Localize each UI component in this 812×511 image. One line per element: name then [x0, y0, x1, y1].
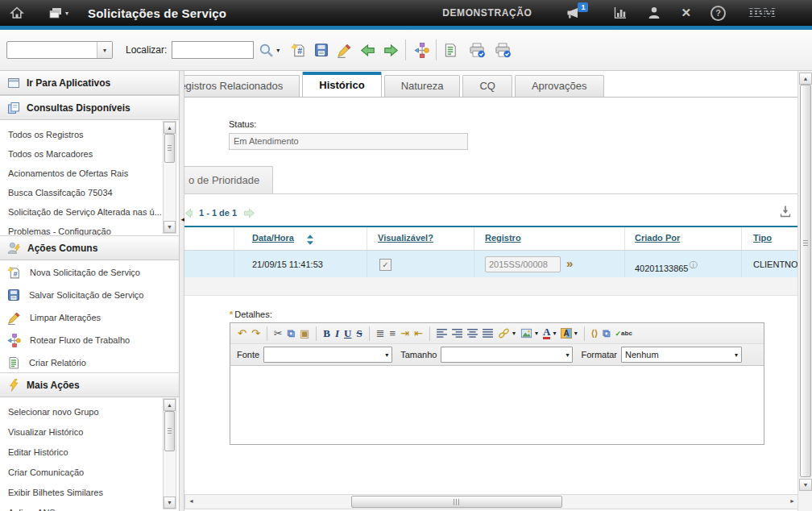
- sidebar-item-query[interactable]: Problemas - Configuração: [0, 222, 111, 235]
- chevron-down-icon[interactable]: ▾: [97, 42, 112, 58]
- scroll-up-icon[interactable]: ▲: [164, 122, 176, 134]
- scrollbar-thumb[interactable]: [164, 411, 175, 451]
- column-header-tipo[interactable]: Tipo: [753, 233, 772, 243]
- sidebar-item-more-action[interactable]: Editar Histórico: [0, 443, 68, 461]
- print-with-attachments-button[interactable]: [495, 42, 511, 58]
- sidebar-item-more-action[interactable]: Aplicar ANS: [0, 504, 56, 511]
- new-record-button[interactable]: [291, 43, 306, 58]
- download-table-icon[interactable]: [779, 205, 792, 218]
- align-left-button[interactable]: [437, 329, 447, 338]
- info-icon[interactable]: ⓘ: [689, 260, 697, 269]
- tab-registros-relacionados[interactable]: Registros Relacionados: [184, 75, 300, 97]
- spellcheck-button[interactable]: ✓abc: [615, 330, 632, 338]
- action-limpar-alteracoes[interactable]: Limpar Alterações: [0, 308, 179, 327]
- close-icon[interactable]: ✕: [681, 6, 691, 20]
- bold-button[interactable]: B: [323, 327, 330, 340]
- help-icon[interactable]: ?: [710, 6, 726, 21]
- column-header-registro[interactable]: Registro: [485, 233, 521, 243]
- align-center-button[interactable]: [467, 329, 478, 338]
- horizontal-scrollbar[interactable]: ◄ ►: [184, 494, 798, 509]
- sidebar-item-query[interactable]: Todos os Registros: [0, 126, 84, 143]
- strikethrough-button[interactable]: S: [356, 327, 362, 340]
- font-color-button[interactable]: A▾: [543, 327, 556, 339]
- scrollbar-thumb[interactable]: [164, 134, 175, 163]
- outdent-button[interactable]: ⇤: [414, 327, 423, 339]
- reports-chart-icon[interactable]: [613, 6, 628, 20]
- scroll-right-icon[interactable]: ►: [786, 495, 798, 509]
- scrollbar-thumb[interactable]: [351, 496, 562, 508]
- action-nova-solicitacao[interactable]: Nova Solicitação de Serviço: [0, 263, 179, 282]
- sidebar-item-query[interactable]: Solicitação de Serviço Alterada nas ú...: [0, 203, 162, 221]
- scroll-down-icon[interactable]: ▼: [164, 221, 176, 233]
- queries-scrollbar[interactable]: ▲ ▼: [163, 121, 176, 234]
- sort-icon[interactable]: [307, 235, 313, 245]
- search-icon[interactable]: [259, 43, 274, 58]
- bullet-list-button[interactable]: ≡: [390, 327, 396, 339]
- announcements-icon[interactable]: 1: [566, 6, 590, 20]
- insert-image-button[interactable]: ▾: [520, 327, 538, 339]
- clear-changes-button[interactable]: [337, 43, 352, 58]
- sidebar-item-more-action[interactable]: Selecionar novo Grupo: [0, 403, 99, 421]
- table-row[interactable]: 21/09/15 11:41:53 ✓ 2015SS/00008 » 40201…: [184, 251, 798, 280]
- more-actions-scrollbar[interactable]: ▲ ▼: [163, 398, 176, 509]
- fonte-select[interactable]: ▾: [263, 347, 392, 363]
- localizar-input[interactable]: [172, 41, 254, 59]
- save-button[interactable]: [314, 43, 329, 57]
- sidebar-item-query[interactable]: Acionamentos de Ofertas Rais: [0, 164, 128, 182]
- main-vertical-scrollbar[interactable]: ▲ ▼: [798, 71, 812, 511]
- report-button[interactable]: [443, 43, 458, 57]
- cut-button[interactable]: ✂: [274, 327, 283, 339]
- view-source-button[interactable]: ⟨⟩: [591, 328, 599, 339]
- tamanho-select[interactable]: ▾: [441, 347, 573, 363]
- editor-content-area[interactable]: [230, 366, 764, 444]
- sidebar-header-acoes-comuns[interactable]: Ações Comuns: [0, 235, 179, 260]
- sidebar-item-more-action[interactable]: Exibir Bilhetes Similares: [0, 484, 103, 501]
- route-workflow-button[interactable]: [414, 43, 429, 58]
- sidebar-header-mais-acoes[interactable]: Mais Ações: [0, 372, 179, 397]
- paste-button[interactable]: ▣: [300, 327, 309, 339]
- column-header-criado-por[interactable]: Criado Por: [635, 233, 680, 243]
- column-header-data-hora[interactable]: Data/Hora: [252, 233, 294, 243]
- subtab-prioridade[interactable]: o de Prioridade: [184, 166, 273, 193]
- highlight-button[interactable]: A▾: [561, 328, 577, 339]
- redo-button[interactable]: ↷: [251, 327, 260, 339]
- sidebar-item-query[interactable]: Busca Classifcação 75034: [0, 184, 113, 201]
- action-criar-relatorio[interactable]: Criar Relatório: [0, 353, 179, 372]
- profile-icon[interactable]: [647, 6, 661, 20]
- home-icon[interactable]: [10, 6, 24, 20]
- copy-button[interactable]: ⧉: [288, 327, 295, 340]
- sidebar-item-more-action[interactable]: Criar Comunicação: [0, 463, 84, 481]
- undo-button[interactable]: ↶: [238, 327, 246, 339]
- insert-link-button[interactable]: ▾: [498, 327, 516, 339]
- scroll-down-icon[interactable]: ▼: [799, 479, 812, 491]
- previous-page-icon[interactable]: [184, 207, 193, 219]
- sidebar-header-ir-para-aplicativos[interactable]: Ir Para Aplicativos: [0, 71, 179, 95]
- windows-menu-icon[interactable]: ▾: [48, 6, 68, 20]
- open-record-chevron-icon[interactable]: »: [566, 256, 573, 270]
- formatar-select[interactable]: Nenhum▾: [621, 347, 742, 363]
- next-record-button[interactable]: [383, 43, 399, 58]
- italic-button[interactable]: I: [335, 327, 339, 340]
- indent-button[interactable]: ⇥: [400, 327, 409, 339]
- align-right-button[interactable]: [452, 329, 462, 338]
- underline-button[interactable]: U: [344, 327, 351, 340]
- sidebar-item-more-action[interactable]: Visualizar Histórico: [0, 423, 83, 441]
- tab-natureza[interactable]: Natureza: [384, 75, 461, 97]
- sidebar-item-query[interactable]: Todos os Marcadores: [0, 145, 93, 163]
- viewable-checkbox[interactable]: ✓: [379, 259, 392, 271]
- numbered-list-button[interactable]: ≣: [376, 327, 385, 339]
- scroll-down-icon[interactable]: ▼: [164, 496, 176, 509]
- action-rotear-fluxo[interactable]: Rotear Fluxo de Trabalho: [0, 330, 179, 350]
- justify-button[interactable]: [483, 329, 493, 338]
- search-options-caret-icon[interactable]: ▾: [276, 47, 280, 54]
- column-header-visualizavel[interactable]: Visualizável?: [378, 233, 433, 243]
- print-button[interactable]: [469, 42, 485, 58]
- scrollbar-thumb[interactable]: [800, 85, 811, 477]
- scroll-up-icon[interactable]: ▲: [164, 399, 176, 411]
- next-page-icon[interactable]: [243, 207, 255, 219]
- scroll-up-icon[interactable]: ▲: [799, 73, 812, 85]
- tab-historico[interactable]: Histórico: [302, 72, 381, 98]
- previous-record-button[interactable]: [360, 43, 375, 58]
- action-salvar-solicitacao[interactable]: Salvar Solicitação de Serviço: [0, 285, 179, 305]
- tab-aprovacoes[interactable]: Aprovações: [515, 75, 604, 97]
